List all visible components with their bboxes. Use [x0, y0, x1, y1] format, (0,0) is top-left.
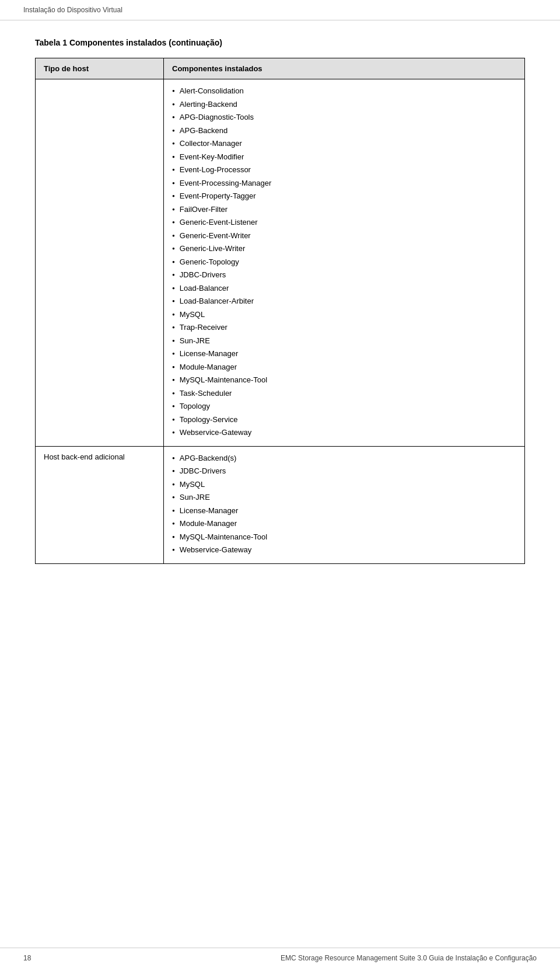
host-cell: [36, 79, 164, 447]
list-item: Module-Manager: [172, 518, 516, 530]
list-item: License-Manager: [172, 505, 516, 517]
footer-text: EMC Storage Resource Management Suite 3.…: [281, 954, 537, 962]
col2-header: Componentes instalados: [164, 58, 525, 79]
list-item: Collector-Manager: [172, 138, 516, 149]
list-item: MySQL: [172, 479, 516, 490]
list-item: MySQL-Maintenance-Tool: [172, 531, 516, 543]
list-item: Event-Log-Processor: [172, 164, 516, 176]
list-item: Sun-JRE: [172, 492, 516, 503]
list-item: Webservice-Gateway: [172, 544, 516, 556]
footer-page-number: 18: [23, 954, 31, 962]
list-item: Event-Key-Modifier: [172, 151, 516, 163]
components-cell: APG-Backend(s)JDBC-DriversMySQLSun-JRELi…: [164, 446, 525, 563]
list-item: Task-Scheduler: [172, 388, 516, 399]
list-item: License-Manager: [172, 348, 516, 360]
table-title: Tabela 1 Componentes instalados (continu…: [35, 38, 525, 47]
list-item: Event-Property-Tagger: [172, 190, 516, 202]
list-item: APG-Diagnostic-Tools: [172, 112, 516, 123]
list-item: JDBC-Drivers: [172, 465, 516, 477]
page-header: Instalação do Dispositivo Virtual: [0, 0, 560, 20]
list-item: Generic-Live-Writer: [172, 243, 516, 255]
list-item: MySQL-Maintenance-Tool: [172, 374, 516, 386]
list-item: APG-Backend: [172, 125, 516, 137]
list-item: Event-Processing-Manager: [172, 177, 516, 189]
list-item: Webservice-Gateway: [172, 427, 516, 438]
list-item: Generic-Event-Listener: [172, 217, 516, 228]
component-list: Alert-ConsolidationAlerting-BackendAPG-D…: [172, 85, 516, 438]
list-item: FailOver-Filter: [172, 204, 516, 215]
host-cell: Host back-end adicional: [36, 446, 164, 563]
components-cell: Alert-ConsolidationAlerting-BackendAPG-D…: [164, 79, 525, 447]
list-item: Generic-Event-Writer: [172, 230, 516, 242]
main-content: Tabela 1 Componentes instalados (continu…: [0, 20, 560, 599]
list-item: Sun-JRE: [172, 335, 516, 347]
table-row: Alert-ConsolidationAlerting-BackendAPG-D…: [36, 79, 525, 447]
page-footer: 18 EMC Storage Resource Management Suite…: [0, 948, 560, 968]
list-item: Load-Balancer: [172, 283, 516, 294]
list-item: Module-Manager: [172, 361, 516, 373]
list-item: Topology-Service: [172, 414, 516, 426]
list-item: Load-Balancer-Arbiter: [172, 295, 516, 307]
list-item: JDBC-Drivers: [172, 269, 516, 281]
list-item: MySQL: [172, 309, 516, 321]
component-list: APG-Backend(s)JDBC-DriversMySQLSun-JRELi…: [172, 452, 516, 556]
list-item: Alert-Consolidation: [172, 85, 516, 97]
list-item: Alerting-Backend: [172, 99, 516, 110]
header-title: Instalação do Dispositivo Virtual: [23, 6, 123, 14]
list-item: APG-Backend(s): [172, 452, 516, 464]
components-table: Tipo de host Componentes instalados Aler…: [35, 58, 525, 564]
table-row: Host back-end adicionalAPG-Backend(s)JDB…: [36, 446, 525, 563]
list-item: Topology: [172, 401, 516, 412]
list-item: Trap-Receiver: [172, 322, 516, 333]
list-item: Generic-Topology: [172, 256, 516, 268]
col1-header: Tipo de host: [36, 58, 164, 79]
